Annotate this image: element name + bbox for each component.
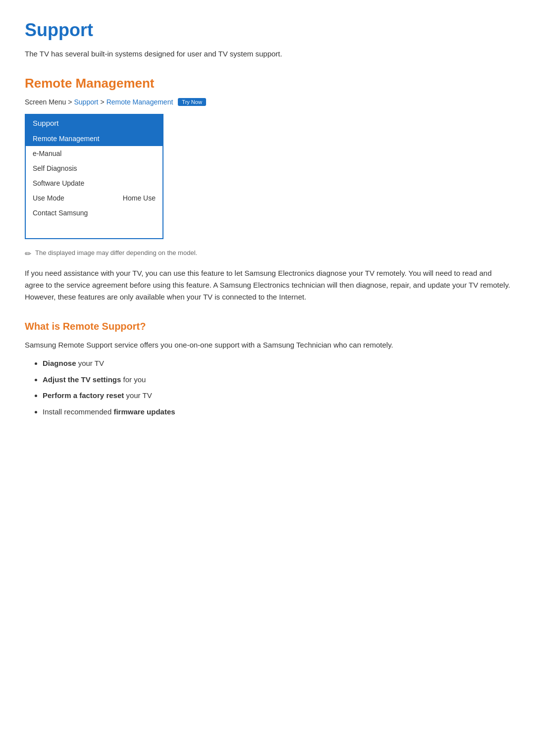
page-title: Support <box>25 20 510 41</box>
breadcrumb-screen-menu: Screen Menu <box>25 98 66 106</box>
note-row: ✏ The displayed image may differ dependi… <box>25 249 510 258</box>
list-item-firmware-rest1: Install recommended <box>43 407 113 416</box>
list-item-firmware-bold: firmware updates <box>113 407 175 416</box>
breadcrumb-separator-2: > <box>101 98 105 106</box>
list-item-adjust-bold: Adjust the TV settings <box>43 375 121 384</box>
support-menu: Support Remote Management e-Manual Self … <box>25 114 163 239</box>
menu-item-use-mode-label: Use Mode <box>33 194 64 202</box>
note-text: The displayed image may differ depending… <box>35 249 197 256</box>
section-remote-management-title: Remote Management <box>25 76 510 91</box>
menu-item-remote-management[interactable]: Remote Management <box>26 131 162 146</box>
menu-item-use-mode[interactable]: Use Mode Home Use <box>26 191 162 205</box>
menu-item-software-update[interactable]: Software Update <box>26 176 162 191</box>
list-item-adjust: Adjust the TV settings for you <box>43 374 510 386</box>
intro-paragraph: Samsung Remote Support service offers yo… <box>25 339 510 351</box>
list-item-firmware: Install recommended firmware updates <box>43 406 510 418</box>
menu-item-contact-samsung[interactable]: Contact Samsung <box>26 205 162 220</box>
subsection-title: What is Remote Support? <box>25 321 510 332</box>
list-item-diagnose: Diagnose your TV <box>43 358 510 369</box>
menu-item-self-diagnosis[interactable]: Self Diagnosis <box>26 161 162 176</box>
list-item-diagnose-bold: Diagnose <box>43 359 76 367</box>
menu-footer <box>26 220 162 238</box>
page-subtitle: The TV has several built-in systems desi… <box>25 50 510 58</box>
list-item-factory-reset-rest: your TV <box>126 391 152 400</box>
breadcrumb: Screen Menu > Support > Remote Managemen… <box>25 98 510 106</box>
breadcrumb-separator-1: > <box>68 98 72 106</box>
list-item-diagnose-rest: your TV <box>78 359 104 367</box>
list-item-adjust-rest: for you <box>123 375 146 384</box>
pencil-icon: ✏ <box>25 249 31 258</box>
list-item-factory-reset-bold: Perform a factory reset <box>43 391 124 400</box>
menu-item-use-mode-value: Home Use <box>123 194 156 202</box>
remote-management-description: If you need assistance with your TV, you… <box>25 267 510 303</box>
bullet-list: Diagnose your TV Adjust the TV settings … <box>43 358 510 417</box>
menu-header: Support <box>26 115 162 131</box>
breadcrumb-remote-management[interactable]: Remote Management <box>107 98 173 106</box>
try-now-badge[interactable]: Try Now <box>178 98 206 106</box>
menu-item-emanual[interactable]: e-Manual <box>26 146 162 161</box>
breadcrumb-support[interactable]: Support <box>74 98 98 106</box>
list-item-factory-reset: Perform a factory reset your TV <box>43 390 510 402</box>
